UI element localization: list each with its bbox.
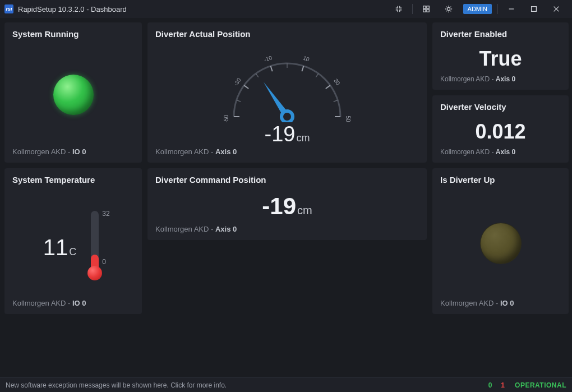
dashboard-grid-icon[interactable]	[415, 1, 437, 17]
theme-toggle-icon[interactable]	[437, 1, 460, 17]
svg-line-7	[244, 85, 248, 89]
svg-line-13	[256, 73, 259, 77]
gauge-reading: -19cm	[265, 122, 310, 146]
thermometer-icon: 32 0	[86, 211, 103, 284]
card-diverter-velocity: Diverter Velocity 0.012 Kollmorgen AKD -…	[432, 95, 569, 163]
svg-text:-10: -10	[263, 54, 273, 63]
status-state: OPERATIONAL	[515, 381, 566, 389]
dashboard-canvas: System Running Kollmorgen AKD - IO 0 Div…	[0, 18, 572, 377]
value-display: -19cm	[262, 193, 312, 220]
card-system-temperature: System Temperature 11C 32 0 Kollmorgen A…	[4, 168, 142, 314]
status-ok-count: 0	[488, 381, 492, 389]
right-top-column: Diverter Enabled True Kollmorgen AKD - A…	[432, 22, 569, 163]
minimize-button[interactable]	[500, 1, 523, 17]
temperature-reading: 11C	[43, 235, 77, 260]
card-title: Diverter Command Position	[155, 175, 419, 185]
svg-point-4	[447, 7, 450, 10]
close-button[interactable]	[545, 1, 568, 17]
svg-line-8	[271, 66, 273, 71]
card-footer: Kollmorgen AKD - IO 0	[12, 299, 134, 307]
svg-line-16	[334, 100, 338, 102]
svg-line-15	[316, 73, 319, 77]
svg-text:50: 50	[345, 116, 351, 122]
status-bar: New software exception messages will be …	[0, 377, 572, 392]
card-footer: Kollmorgen AKD - Axis 0	[440, 75, 561, 83]
status-error-count: 1	[501, 381, 505, 389]
svg-text:30: 30	[333, 77, 342, 86]
svg-text:10: 10	[302, 54, 310, 62]
card-diverter-actual-position: Diverter Actual Position	[147, 22, 427, 163]
fullscreen-exit-icon[interactable]	[388, 1, 410, 17]
card-title: Diverter Velocity	[440, 102, 561, 112]
admin-badge[interactable]: ADMIN	[463, 4, 492, 14]
window-title: RapidSetup 10.3.2.0 - Dashboard	[18, 5, 127, 13]
svg-point-24	[282, 111, 293, 122]
title-bar: rsi RapidSetup 10.3.2.0 - Dashboard ADMI…	[0, 0, 572, 18]
svg-line-12	[237, 100, 241, 102]
card-title: Diverter Enabled	[440, 29, 561, 39]
card-footer: Kollmorgen AKD - Axis 0	[155, 225, 419, 233]
app-logo: rsi	[4, 4, 13, 13]
thermo-scale-low: 0	[102, 258, 106, 266]
card-title: Diverter Actual Position	[155, 29, 419, 39]
card-footer: Kollmorgen AKD - Axis 0	[440, 148, 561, 156]
svg-line-10	[326, 85, 330, 89]
svg-rect-1	[426, 6, 428, 8]
maximize-button[interactable]	[523, 1, 545, 17]
card-footer: Kollmorgen AKD - Axis 0	[155, 147, 419, 156]
gauge-icon: -50 -30 -10 10 30 50	[220, 44, 354, 122]
status-led-icon	[481, 223, 521, 264]
card-footer: Kollmorgen AKD - IO 0	[12, 147, 134, 156]
svg-rect-2	[423, 10, 425, 12]
svg-text:-50: -50	[223, 114, 229, 122]
card-diverter-enabled: Diverter Enabled True Kollmorgen AKD - A…	[432, 22, 569, 90]
statusbar-message[interactable]: New software exception messages will be …	[6, 381, 227, 389]
card-title: Is Diverter Up	[440, 175, 561, 185]
svg-rect-5	[532, 7, 537, 12]
status-led-icon	[53, 75, 94, 115]
svg-rect-3	[426, 10, 428, 12]
svg-text:-30: -30	[232, 76, 242, 87]
card-is-diverter-up: Is Diverter Up Kollmorgen AKD - IO 0	[432, 168, 569, 314]
card-diverter-command-position: Diverter Command Position -19cm Kollmorg…	[147, 168, 427, 240]
card-system-running: System Running Kollmorgen AKD - IO 0	[4, 22, 142, 163]
svg-line-9	[302, 66, 303, 71]
card-title: System Running	[12, 29, 134, 39]
value-display: 0.012	[475, 120, 525, 144]
value-display: True	[479, 47, 522, 71]
svg-rect-0	[423, 6, 425, 8]
card-title: System Temperature	[12, 175, 134, 185]
thermo-scale-high: 32	[102, 210, 109, 218]
card-footer: Kollmorgen AKD - IO 0	[440, 299, 561, 307]
